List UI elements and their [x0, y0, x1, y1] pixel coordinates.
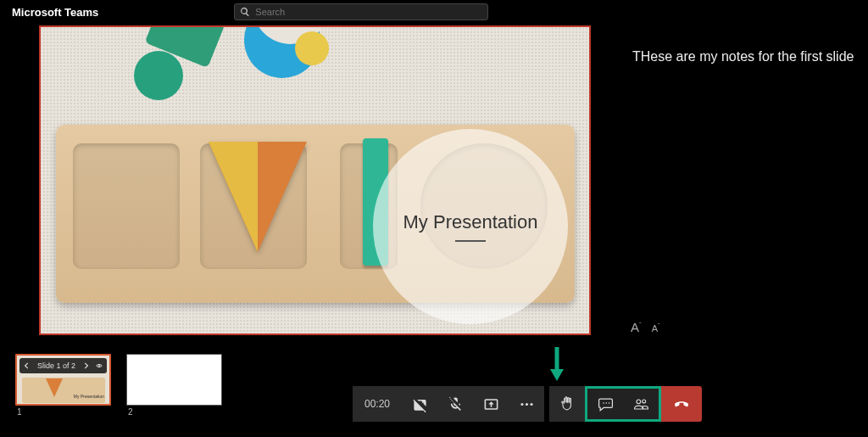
svg-point-6: [608, 402, 609, 404]
main-area: My Presentation THese are my notes for t…: [0, 24, 868, 356]
slide-thumbnail-1[interactable]: My Presentation Slide 1 of 2 1: [15, 354, 111, 417]
slide-thumbnail-2[interactable]: Stop presenting 2: [126, 354, 222, 417]
call-timer: 00:20: [353, 386, 402, 422]
mic-toggle-button[interactable]: [437, 386, 473, 422]
raise-hand-button[interactable]: [549, 386, 585, 422]
more-options-button[interactable]: [509, 386, 544, 422]
green-circle-shape: [134, 51, 183, 100]
presented-slide: My Presentation: [39, 25, 591, 335]
slide-artwork: My Presentation: [41, 27, 589, 333]
thumb-art: [22, 378, 105, 403]
slide-thumbnail-strip: My Presentation Slide 1 of 2 1 Stop pres…: [15, 354, 222, 417]
thumb-mini-title: My Presentation: [74, 394, 104, 399]
notes-fontsize-controls: Aˆ Aˇ: [631, 320, 660, 334]
highlighted-controls: [585, 386, 661, 422]
share-button[interactable]: [473, 386, 509, 422]
svg-point-3: [530, 402, 532, 405]
annotation-arrow: [547, 345, 567, 383]
svg-point-2: [525, 402, 527, 405]
svg-point-5: [605, 402, 607, 404]
chat-button[interactable]: [587, 389, 623, 419]
app-name: Microsoft Teams: [12, 6, 98, 19]
svg-point-1: [520, 402, 523, 405]
font-increase-button[interactable]: Aˆ: [631, 320, 642, 334]
search-input[interactable]: [255, 7, 482, 17]
people-icon: [633, 396, 649, 412]
slide-title: My Presentation: [403, 211, 538, 233]
svg-point-4: [603, 402, 604, 404]
participants-button[interactable]: [623, 389, 659, 419]
ellipsis-icon: [519, 396, 535, 412]
camera-off-icon: [412, 396, 428, 412]
arrow-down-icon: [547, 345, 567, 383]
thumb-art-triangle: [46, 378, 63, 397]
thumb-number: 1: [17, 407, 111, 417]
font-decrease-button[interactable]: Aˇ: [652, 322, 660, 333]
title-underline: [455, 240, 486, 242]
chat-icon: [598, 396, 614, 412]
yellow-circle-shape: [295, 31, 329, 65]
slide-nav-overlay: Slide 1 of 2: [19, 358, 107, 373]
yellow-triangle-piece: [209, 142, 258, 252]
raise-hand-icon: [559, 396, 576, 412]
search-icon: [240, 7, 250, 17]
hangup-icon: [672, 395, 691, 413]
slide-counter: Slide 1 of 2: [37, 361, 75, 370]
thumb-number: 2: [128, 407, 222, 417]
share-screen-icon: [483, 396, 499, 412]
top-bar: Microsoft Teams: [0, 0, 868, 24]
square-slot: [73, 143, 180, 269]
hangup-button[interactable]: [661, 386, 702, 422]
title-circle: My Presentation: [373, 129, 568, 324]
call-control-bar: 00:20: [353, 386, 702, 422]
presenter-notes-panel: THese are my notes for the first slide A…: [619, 29, 863, 356]
chevron-left-icon[interactable]: [24, 362, 31, 369]
eye-icon[interactable]: [96, 362, 103, 369]
svg-point-0: [98, 365, 100, 367]
camera-toggle-button[interactable]: [402, 386, 437, 422]
search-box[interactable]: [234, 3, 488, 20]
mic-off-icon: [448, 396, 464, 412]
chevron-right-icon[interactable]: [82, 362, 89, 369]
presenter-notes-text: THese are my notes for the first slide: [619, 29, 863, 64]
